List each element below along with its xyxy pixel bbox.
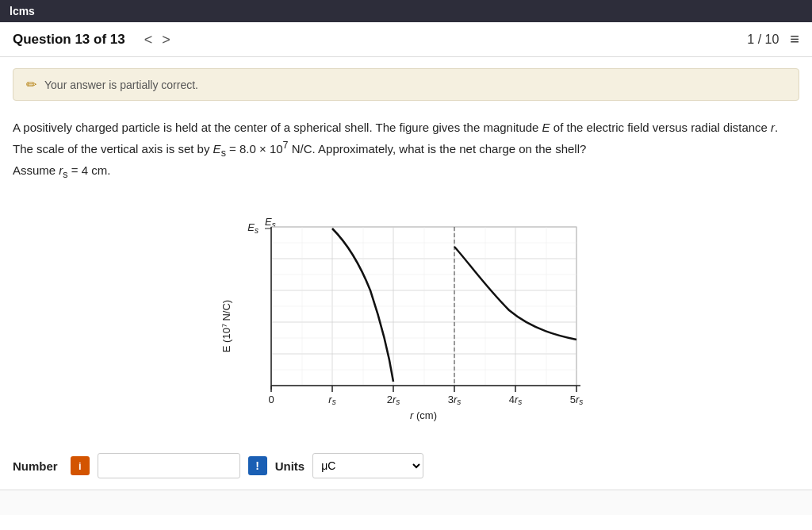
number-label: Number <box>13 459 58 473</box>
nav-bar: Question 13 of 13 < > 1 / 10 ≡ <box>0 22 812 57</box>
svg-text:Es: Es <box>247 221 259 235</box>
next-button[interactable]: > <box>157 33 175 47</box>
svg-text:0: 0 <box>268 394 274 405</box>
svg-text:2rs: 2rs <box>387 394 400 406</box>
svg-text:4rs: 4rs <box>509 394 523 406</box>
list-icon[interactable]: ≡ <box>790 30 799 48</box>
pencil-icon: ✏ <box>26 77 36 92</box>
graph-wrap: E (10⁷ N/C) Es <box>216 203 596 436</box>
svg-text:rs: rs <box>328 394 335 406</box>
units-select[interactable]: μC nC pC mC C <box>312 453 423 478</box>
attempt-label: 1 / 10 <box>747 33 779 47</box>
exclaim-button[interactable]: ! <box>248 456 267 475</box>
graph-container: E (10⁷ N/C) Es <box>0 203 812 436</box>
info-button[interactable]: i <box>71 456 90 475</box>
svg-text:r (cm): r (cm) <box>410 409 437 421</box>
svg-text:3rs: 3rs <box>448 394 462 406</box>
svg-text:5rs: 5rs <box>570 394 584 406</box>
partial-banner: ✏ Your answer is partially correct. <box>13 68 799 101</box>
question-text: A positively charged particle is held at… <box>13 118 799 182</box>
answer-row: Number i ! Units μC nC pC mC C <box>0 442 812 490</box>
question-body: A positively charged particle is held at… <box>0 107 812 190</box>
question-label: Question 13 of 13 <box>13 32 125 48</box>
prev-button[interactable]: < <box>140 33 158 47</box>
top-bar: lcms <box>0 0 812 22</box>
bottom-bar <box>0 490 812 515</box>
number-input[interactable] <box>98 453 240 478</box>
partial-correct-text: Your answer is partially correct. <box>44 79 198 91</box>
units-label: Units <box>275 459 305 473</box>
app-title: lcms <box>10 5 35 17</box>
graph-svg: E (10⁷ N/C) Es <box>216 203 596 433</box>
y-axis-label: E (10⁷ N/C) <box>220 300 232 352</box>
